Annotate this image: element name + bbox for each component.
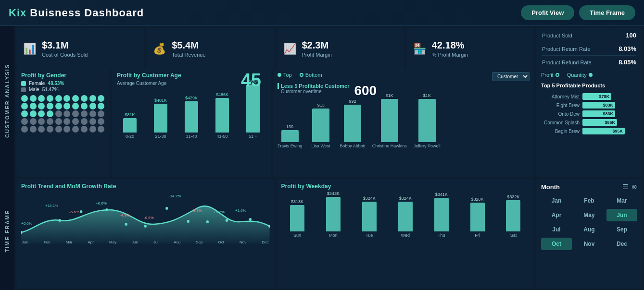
waffle-cell [47,126,53,133]
month-cell[interactable]: Jun [606,209,637,221]
wd-bar-label: Sat [510,233,517,238]
female-pct: 48.53% [48,81,64,86]
bottom-label: Bottom [305,72,322,78]
svg-point-7 [187,220,189,223]
sidebar-customer-label: Customer Analysis [4,64,10,138]
cust-bar [344,105,361,142]
wd-bar-label: Thu [438,233,445,238]
waffle-cell [63,126,70,133]
age-chart-title: Profit by Customer Age [117,72,181,79]
waffle-cell [81,110,88,117]
top5-title: Top 5 Profitable Products [541,83,637,88]
clear-filter-icon[interactable]: ⊗ [631,183,637,191]
gender-chart-card: Profit by Gender Female 48.53% Male 51.4… [16,68,110,177]
wd-bar-label: Tue [366,233,373,238]
waffle-cell [38,110,45,117]
svg-point-4 [125,223,127,226]
month-cell[interactable]: Mar [606,194,637,207]
month-cell[interactable]: Oct [541,238,572,250]
wd-bar-value: $320K [471,197,484,202]
return-rate-label: Product Return Rate [542,46,590,52]
refund-rate-value: 8.05% [619,59,636,66]
wd-bar [290,205,304,231]
waffle-cell [72,126,79,133]
month-cell[interactable]: Dec [606,238,637,250]
age-bar-label-bottom: 41-50 [216,134,227,139]
wd-bar-value: $313K [291,199,303,204]
kpi-row: 📊 $3.1M Cost of Goods Sold 💰 $5.4M Total… [16,28,642,66]
waffle-cell [30,103,37,109]
male-dot [21,87,26,92]
age-bar [215,98,229,133]
kpi-margin-icon: 🏪 [413,43,426,55]
weekday-bar-group: $313K Sun [281,199,314,238]
kpi-profit: 📈 $2.3M Profit Margin [277,28,404,70]
top-radio[interactable] [278,73,281,77]
waffle-cell [30,110,37,117]
month-cell[interactable]: Nov [574,238,605,250]
kpi-side-panel: Product Sold 100 Product Return Rate 8.0… [536,28,642,70]
cust-bar-value: $1K [386,93,393,98]
product-value: $78K [599,94,609,99]
timeframe-button[interactable]: Time Frame [579,5,635,20]
weekday-bar-group: $343K Mon [317,191,349,238]
waffle-cell [47,110,53,117]
wd-bar-value: $343K [327,191,340,196]
waffle-cell [21,103,28,109]
cust-bar-name: Lisa West [312,144,330,148]
cust-bar-name: Jeffery Powell [414,144,441,148]
age-bar-label-bottom: 31-40 [186,134,197,139]
quantity-radio[interactable] [589,73,593,77]
age-bar-group: $401K 21-30 [148,98,174,139]
svg-point-9 [226,219,228,222]
sidebar-timeframe-label: Time Frame [4,210,10,252]
product-name: Onto Dew [541,111,580,117]
profit-radio[interactable] [556,73,559,77]
age-bar [123,118,137,133]
kpi-revenue: 💰 $5.4M Total Revenue [146,28,274,70]
kpi-cogs-icon: 📊 [23,43,36,55]
waffle-cell [89,118,96,125]
kpi-profit-label: Profit Margin [302,52,332,58]
product-name: Begin Brew [541,129,580,134]
waffle-cell [55,103,62,109]
cust-bar-value: $1K [423,93,431,98]
gender-chart-title: Profit by Gender [21,72,105,79]
month-cell[interactable]: Apr [541,209,572,221]
return-rate-value: 8.03% [619,45,636,52]
age-bar [154,104,167,133]
age-chart-card: Profit by Customer Age Average Customer … [112,68,271,177]
waffle-cell [89,110,96,117]
waffle-cell [21,126,28,133]
bottom-radio[interactable] [300,73,303,77]
month-cell[interactable]: Sep [606,223,637,236]
refund-rate-label: Product Refund Rate [542,60,592,65]
product-bar: $83K [582,102,615,109]
customer-bar-group: $1K Jeffery Powell [414,93,441,148]
cust-bar [312,109,329,142]
customer-dropdown[interactable]: Customer [492,72,530,81]
weekday-bar-group: $341K Thu [425,192,457,238]
month-cell[interactable]: Jul [541,223,572,236]
profit-view-button[interactable]: Profit View [521,5,574,20]
filter-icon[interactable]: ☰ [622,183,629,191]
waffle-cell [98,118,104,125]
month-cell[interactable]: Jan [541,194,572,207]
svg-point-6 [165,207,168,210]
customer-chart-card: Top Bottom Customer Less 5 Profitable Cu… [273,68,534,177]
svg-point-8 [206,220,209,223]
svg-point-1 [58,219,61,222]
kpi-profit-value: $2.3M [302,40,332,51]
age-bar [246,85,260,133]
month-cell[interactable]: May [574,209,605,221]
cust-bar-value: 913 [317,103,325,108]
month-cell[interactable]: Feb [574,194,605,207]
waffle-cell [63,110,70,117]
main-layout: Customer Analysis Time Frame 📊 $3.1M Cos… [0,26,644,290]
wd-bar-value: $324K [363,196,376,201]
age-bar-label-bottom: 0-20 [126,134,134,139]
month-cell[interactable]: Aug [574,223,605,236]
kpi-cogs-value: $3.1M [42,40,88,51]
kpi-margin: 🏪 42.18% % Profit Margin [406,28,534,70]
wd-bar [506,200,520,231]
